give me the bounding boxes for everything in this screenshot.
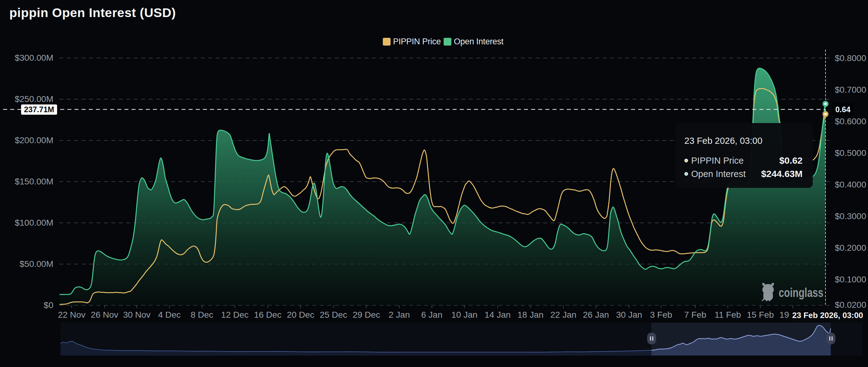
svg-text:coinglass: coinglass: [779, 286, 823, 299]
